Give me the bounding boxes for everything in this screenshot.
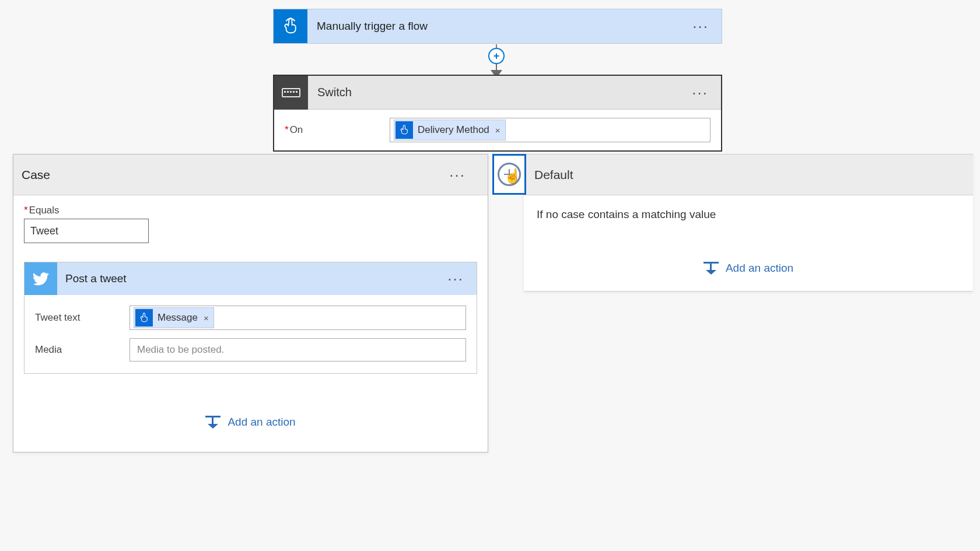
token-label: Delivery Method: [418, 124, 489, 136]
post-tweet-header[interactable]: Post a tweet ···: [24, 262, 477, 295]
case-menu-ellipsis-icon[interactable]: ···: [449, 172, 478, 178]
media-placeholder: Media to be posted.: [134, 344, 224, 356]
token-remove-icon[interactable]: ×: [495, 125, 501, 135]
add-case-button[interactable]: [492, 154, 526, 195]
case-add-action-button[interactable]: Add an action: [24, 416, 477, 429]
trigger-menu-ellipsis-icon[interactable]: ···: [692, 23, 722, 29]
insert-step-button[interactable]: +: [488, 48, 505, 64]
case-body: *Equals Tweet Post a tweet ··· Tweet tex…: [13, 195, 488, 452]
trigger-title: Manually trigger a flow: [317, 20, 692, 33]
trigger-card[interactable]: Manually trigger a flow ···: [273, 9, 722, 44]
switch-icon: [274, 76, 308, 110]
media-label: Media: [35, 344, 130, 356]
add-action-label: Add an action: [228, 416, 295, 429]
default-description: If no case contains a matching value: [537, 208, 960, 221]
switch-card[interactable]: Switch ··· *On Delivery Method ×: [273, 75, 722, 152]
default-header[interactable]: Default: [524, 155, 973, 195]
add-action-icon: [704, 262, 719, 275]
post-tweet-title: Post a tweet: [65, 272, 447, 285]
manual-trigger-icon: [274, 9, 307, 43]
case-header[interactable]: Case ···: [13, 155, 488, 195]
default-title: Default: [534, 168, 573, 182]
switch-body: *On Delivery Method ×: [274, 110, 721, 150]
token-message[interactable]: Message ×: [134, 307, 214, 328]
manual-trigger-token-icon: [396, 121, 413, 139]
token-remove-icon[interactable]: ×: [204, 313, 209, 323]
switch-menu-ellipsis-icon[interactable]: ···: [692, 90, 721, 96]
tweet-text-input[interactable]: Message ×: [130, 306, 466, 330]
case-equals-label: *Equals: [24, 205, 477, 216]
switch-title: Switch: [317, 86, 692, 99]
post-tweet-menu-ellipsis-icon[interactable]: ···: [447, 276, 477, 282]
flow-connector: +: [487, 44, 506, 78]
default-panel: Default If no case contains a matching v…: [524, 154, 973, 292]
case-panel: Case ··· *Equals Tweet Post a tweet ··· …: [13, 154, 488, 452]
token-delivery-method[interactable]: Delivery Method ×: [394, 120, 506, 141]
switch-on-label: *On: [285, 124, 390, 136]
post-tweet-action-card: Post a tweet ··· Tweet text Message ×: [24, 262, 477, 374]
tweet-text-label: Tweet text: [35, 312, 130, 324]
default-add-action-button[interactable]: Add an action: [537, 262, 960, 275]
manual-trigger-token-icon: [135, 309, 153, 327]
twitter-icon: [24, 262, 57, 295]
case-equals-input[interactable]: Tweet: [24, 219, 149, 243]
add-action-label: Add an action: [726, 262, 793, 275]
add-action-icon: [205, 416, 220, 429]
switch-on-input[interactable]: Delivery Method ×: [390, 118, 710, 142]
switch-header: Switch ···: [274, 76, 721, 110]
case-title: Case: [22, 168, 449, 182]
plus-circle-icon: [498, 163, 521, 186]
media-input[interactable]: Media to be posted.: [130, 338, 466, 362]
token-label: Message: [158, 312, 198, 324]
